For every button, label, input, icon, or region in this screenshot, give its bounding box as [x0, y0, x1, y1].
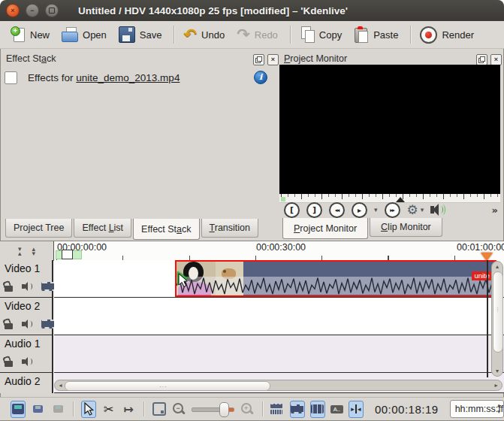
hide-video-icon[interactable]	[41, 320, 54, 329]
effects-enable-checkbox[interactable]	[5, 71, 17, 84]
close-panel-button[interactable]: ×	[267, 54, 279, 65]
zoom-in-button[interactable]: +	[240, 401, 255, 418]
paste-clipboard-icon	[354, 26, 369, 43]
horizontal-scroll-thumb[interactable]: ∙∙∙	[65, 381, 270, 391]
spinbox-arrows[interactable]: ▴▾	[497, 401, 500, 415]
clip-unite-demo[interactable]: unite	[175, 260, 496, 297]
film-icon	[291, 404, 303, 413]
float-panel-button[interactable]	[253, 54, 264, 65]
marker-comments-icon: A..	[330, 405, 343, 413]
effect-stack-panel-title: Effect Stack	[6, 53, 56, 64]
lock-track-icon[interactable]	[5, 286, 13, 292]
maximize-icon	[49, 8, 55, 14]
zoom-slider[interactable]	[192, 402, 234, 416]
titlebar[interactable]: × − Untitled / HDV 1440x1080p 25 fps [mo…	[0, 0, 504, 21]
render-button[interactable]: Render	[420, 26, 474, 44]
volume-icon[interactable]	[430, 204, 444, 216]
mute-track-icon[interactable]	[22, 282, 32, 291]
save-floppy-icon	[119, 26, 135, 43]
show-markers-button[interactable]: A..	[330, 401, 343, 418]
zoom-slider-handle[interactable]	[219, 402, 229, 417]
timeline-horizontal-scrollbar[interactable]: ◂ ∙∙∙ ▸	[54, 380, 502, 391]
snap-button[interactable]: ▸◂	[349, 401, 364, 418]
hide-video-icon[interactable]	[41, 282, 54, 291]
zoom-out-button[interactable]: −	[171, 401, 186, 418]
set-zone-start-button[interactable]: [	[284, 202, 300, 218]
undo-label: Undo	[201, 29, 225, 41]
monitor-settings-gear-icon[interactable]: ⚙	[407, 204, 418, 217]
tab-project-tree[interactable]: Project Tree	[5, 219, 72, 238]
video2-lane[interactable]	[54, 298, 504, 335]
toolbar-overflow-icon[interactable]: »	[492, 204, 498, 216]
separator	[73, 401, 74, 416]
copy-button[interactable]: Copy	[300, 26, 342, 43]
effects-header-row[interactable]: Effects for unite_demo_2013.mp4 i	[5, 69, 275, 86]
audio1-lane[interactable]	[54, 335, 504, 373]
save-button[interactable]: Save	[119, 26, 162, 43]
show-thumbnails-button[interactable]	[270, 401, 285, 418]
track-height-normal-button[interactable]	[11, 401, 26, 418]
razor-tool-button[interactable]: ✂	[101, 401, 116, 418]
set-zone-end-button[interactable]: ]	[306, 202, 322, 218]
render-record-icon	[420, 26, 437, 44]
new-file-icon: +	[11, 26, 26, 43]
tab-transition[interactable]: Transition	[201, 219, 258, 238]
copy-icon	[300, 26, 315, 43]
spacer-tool-button[interactable]: ↦	[121, 401, 136, 418]
lock-track-icon[interactable]	[5, 323, 13, 329]
window-minimize-button[interactable]: −	[26, 4, 39, 17]
timeline-vertical-scrollbar[interactable]: ▴ ∙∙∙ ▾	[491, 261, 503, 377]
track-header-audio1[interactable]: Audio 1	[0, 335, 52, 373]
copy-label: Copy	[319, 29, 342, 41]
play-button[interactable]: ▸	[352, 202, 367, 218]
track-height-icon	[53, 405, 63, 413]
float-panel-button[interactable]	[476, 54, 487, 65]
monitor-video-area[interactable]	[279, 65, 500, 194]
tab-effect-stack[interactable]: Effect Stack	[133, 219, 199, 240]
undo-button[interactable]: ↶ Undo	[183, 27, 225, 42]
open-button[interactable]: Open	[62, 27, 107, 42]
tab-clip-monitor[interactable]: Clip Monitor	[370, 218, 442, 237]
timeline-ruler[interactable]: 00:00:00:00 00:00:30:00 00:01:00:00	[54, 241, 504, 261]
track-height-icon	[33, 405, 43, 413]
track-header-video2[interactable]: Video 2	[0, 298, 52, 335]
rewind-button[interactable]: ◂◂	[329, 202, 345, 218]
close-panel-button[interactable]: ×	[490, 54, 502, 65]
play-options-dropdown[interactable]: ▾	[374, 206, 378, 214]
scissors-icon: ✂	[104, 402, 113, 416]
forward-button[interactable]: ▸▸	[385, 202, 400, 218]
window-maximize-button[interactable]	[45, 4, 59, 17]
tab-project-monitor[interactable]: Project Monitor	[282, 218, 368, 239]
window-close-button[interactable]: ×	[6, 4, 20, 17]
timecode-format-spinbox[interactable]: hh:mm:ss:ff ▴▾	[450, 400, 504, 418]
video1-lane[interactable]: unite	[54, 260, 504, 298]
track-height-small-button[interactable]	[31, 401, 46, 418]
timeline-zone-handle[interactable]	[62, 250, 73, 259]
monitor-dock-tabbar: Project Monitor Clip Monitor	[282, 218, 442, 239]
redo-label: Redo	[255, 29, 278, 41]
new-button[interactable]: + New	[11, 26, 50, 43]
scroll-right-icon[interactable]: ▸	[491, 380, 501, 390]
selection-tool-button[interactable]	[81, 401, 96, 418]
mouse-cursor	[178, 273, 189, 288]
info-icon[interactable]: i	[254, 71, 267, 84]
scroll-up-icon[interactable]: ▴	[492, 263, 502, 270]
fit-zoom-button[interactable]	[152, 401, 167, 418]
separator	[143, 401, 144, 416]
mute-track-icon[interactable]	[22, 357, 32, 366]
expand-tracks-icon[interactable]: ▴▾	[32, 247, 36, 256]
vertical-scroll-thumb[interactable]: ∙∙∙	[493, 271, 503, 353]
paste-button[interactable]: Paste	[354, 26, 398, 43]
show-audio-thumbnails-button[interactable]	[310, 401, 325, 418]
track-header-audio2[interactable]: Audio 2	[0, 373, 52, 393]
mute-track-icon[interactable]	[22, 320, 32, 329]
collapse-tracks-icon[interactable]: ▾▴	[18, 247, 22, 256]
lock-track-icon[interactable]	[5, 361, 13, 367]
tab-effect-list[interactable]: Effect List	[74, 219, 131, 238]
track-header-video1[interactable]: Video 1	[0, 260, 52, 298]
show-video-thumbnails-button[interactable]	[290, 401, 305, 418]
open-folder-icon	[62, 27, 78, 42]
settings-dropdown[interactable]: ▾	[421, 206, 424, 214]
timeline-lanes: unite	[54, 260, 504, 393]
scroll-down-icon[interactable]: ▾	[492, 368, 502, 374]
